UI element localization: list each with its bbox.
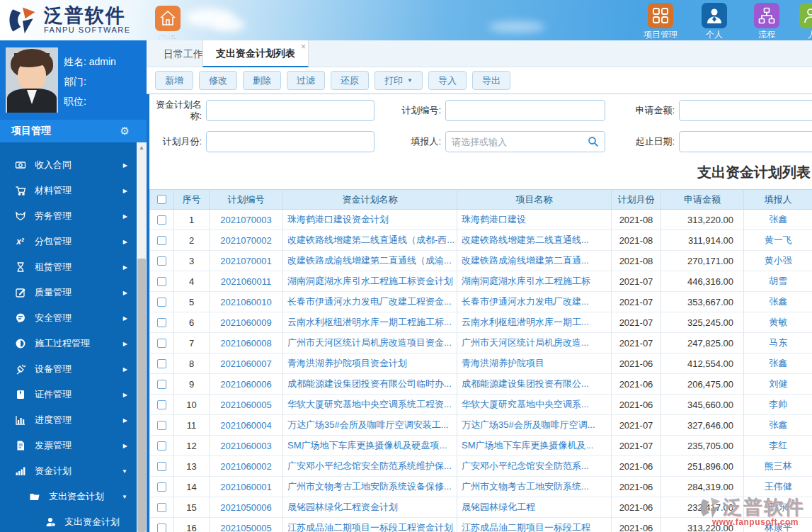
column-header[interactable]: 填报人 — [744, 190, 812, 210]
cell-reporter[interactable]: 张鑫 — [744, 210, 812, 230]
sidebar-item-process[interactable]: 施工过程管理 ▶ — [0, 331, 137, 356]
column-header[interactable]: 项目名称 — [457, 190, 612, 210]
sidebar-item-badge[interactable]: 证件管理 ▶ — [0, 382, 137, 407]
topnav-people[interactable]: 人 — [798, 3, 812, 40]
cell-plan-code[interactable]: 2021060001 — [210, 477, 283, 497]
table-row[interactable]: 112021060004万达广场35#会所及咖啡厅空调安装工...万达广场35#… — [150, 415, 812, 436]
row-checkbox[interactable] — [157, 277, 166, 286]
cell-project-name[interactable]: 改建铁路成渝线增建第二直通... — [457, 251, 612, 271]
table-row[interactable]: 42021060011湖南洞庭湖水库引水工程施工标资金计划湖南洞庭湖水库引水工程… — [150, 271, 812, 292]
cell-plan-code[interactable]: 2021060011 — [210, 271, 283, 292]
filter-input-4[interactable] — [445, 131, 605, 152]
cell-project-name[interactable]: 江苏成品油二期项目一标段工程 — [457, 518, 612, 532]
column-header[interactable]: 资金计划名称 — [283, 190, 457, 210]
sidebar-item-fund[interactable]: 资金计划 ▼ — [0, 458, 137, 484]
sidebar-item-labor[interactable]: 劳务管理 ▶ — [0, 203, 137, 229]
cell-plan-code[interactable]: 2021050005 — [210, 518, 283, 532]
cell-plan-name[interactable]: SM广场地下车库更换摄像机及硬盘项... — [283, 436, 457, 456]
filter-input-5[interactable] — [679, 131, 812, 152]
scrollbar-thumb[interactable] — [137, 259, 146, 532]
toolbar-button[interactable]: 打印▼ — [374, 71, 423, 90]
cell-project-name[interactable]: 长春市伊通河水力发电厂改建... — [457, 292, 612, 312]
module-header-project-management[interactable]: 项目管理 ⚙ — [0, 120, 147, 142]
select-all-checkbox[interactable] — [157, 195, 166, 204]
row-checkbox[interactable] — [157, 256, 166, 266]
filter-input-1[interactable] — [445, 100, 605, 121]
row-checkbox[interactable] — [157, 359, 166, 368]
column-header[interactable]: 计划编号 — [210, 190, 283, 210]
row-checkbox[interactable] — [157, 400, 166, 409]
cell-project-name[interactable]: 广州市天河区统计局机房改造... — [457, 333, 612, 353]
cell-project-name[interactable]: SM广场地下车库更换摄像机及... — [457, 436, 612, 456]
table-row[interactable]: 92021060006成都能源建设集团投资有限公司临时办...成都能源建设集团投… — [150, 374, 812, 395]
cell-reporter[interactable]: 马东 — [744, 497, 812, 518]
topnav-grid[interactable]: 项目管理 — [638, 3, 683, 40]
row-checkbox[interactable] — [157, 339, 166, 348]
cell-plan-name[interactable]: 广州市文物考古工地安防系统设备保修... — [283, 477, 457, 497]
table-row[interactable]: 122021060003SM广场地下车库更换摄像机及硬盘项...SM广场地下车库… — [150, 436, 812, 456]
cell-project-name[interactable]: 广安邓小平纪念馆安全防范系... — [457, 456, 612, 477]
cell-plan-code[interactable]: 2021060010 — [210, 292, 283, 312]
cell-reporter[interactable]: 黄小强 — [744, 251, 812, 271]
sidebar-item-cart[interactable]: 材料管理 ▶ — [0, 178, 137, 203]
cell-project-name[interactable]: 广州市文物考古工地安防系统... — [457, 477, 612, 497]
cell-plan-name[interactable]: 珠海鹤港口建设资金计划 — [283, 210, 457, 230]
search-icon[interactable] — [588, 136, 599, 150]
filter-input-0[interactable] — [206, 100, 374, 121]
sidebar-item-x2[interactable]: x² 分包管理 ▶ — [0, 229, 137, 254]
sidebar-item-progress[interactable]: 进度管理 ▶ — [0, 407, 137, 433]
cell-plan-name[interactable]: 长春市伊通河水力发电厂改建工程资金... — [283, 292, 457, 312]
cell-plan-code[interactable]: 2021060004 — [210, 415, 283, 436]
cell-reporter[interactable]: 熊三林 — [744, 456, 812, 477]
table-row[interactable]: 152021050006晟铭园林绿化工程资金计划晟铭园林绿化工程2021-062… — [150, 497, 812, 518]
cell-reporter[interactable]: 林康平 — [744, 518, 812, 532]
cell-project-name[interactable]: 改建铁路线增建第二线直通线... — [457, 230, 612, 251]
cell-plan-name[interactable]: 改建铁路成渝线增建第二直通线（成渝... — [283, 251, 457, 271]
toolbar-button[interactable]: 修改 — [199, 71, 237, 90]
cell-project-name[interactable]: 青海洪湖养护院项目 — [457, 353, 612, 374]
row-checkbox[interactable] — [157, 482, 166, 492]
sidebar-item-money[interactable]: 收入合同 ▶ — [0, 152, 137, 178]
sidebar-item-folder[interactable]: 支出资金计划 ▼ — [0, 484, 137, 509]
toolbar-button[interactable]: 还原 — [331, 71, 369, 90]
sidebar-item-invoice[interactable]: 发票管理 ▶ — [0, 433, 137, 458]
sidebar-item-chat[interactable]: 安全管理 ▶ — [0, 305, 137, 331]
table-row[interactable]: 82021060007青海洪湖养护院项目资金计划青海洪湖养护院项目2021-06… — [150, 353, 812, 374]
cell-plan-code[interactable]: 2021050006 — [210, 497, 283, 518]
topnav-user[interactable]: 个人 — [693, 3, 736, 40]
tab-expense-fund-plan-list[interactable]: 支出资金计划列表 × — [202, 40, 309, 67]
filter-input-2[interactable] — [679, 100, 812, 121]
row-checkbox[interactable] — [157, 462, 166, 471]
cell-plan-name[interactable]: 广安邓小平纪念馆安全防范系统维护保... — [283, 456, 457, 477]
table-row[interactable]: 12021070003珠海鹤港口建设资金计划珠海鹤港口建设2021-08313,… — [150, 210, 812, 230]
toolbar-button[interactable]: 新增 — [155, 71, 193, 90]
cell-project-name[interactable]: 成都能源建设集团投资有限公... — [457, 374, 612, 395]
cell-plan-name[interactable]: 广州市天河区统计局机房改造项目资金... — [283, 333, 457, 353]
cell-reporter[interactable]: 刘健 — [744, 374, 812, 395]
cell-reporter[interactable]: 李红 — [744, 436, 812, 456]
cell-project-name[interactable]: 湖南洞庭湖水库引水工程施工标 — [457, 271, 612, 292]
sidebar-item-edit[interactable]: 质量管理 ▶ — [0, 280, 137, 305]
cell-plan-name[interactable]: 成都能源建设集团投资有限公司临时办... — [283, 374, 457, 395]
table-row[interactable]: 72021060008广州市天河区统计局机房改造项目资金...广州市天河区统计局… — [150, 333, 812, 353]
cell-project-name[interactable]: 珠海鹤港口建设 — [457, 210, 612, 230]
cell-plan-name[interactable]: 晟铭园林绿化工程资金计划 — [283, 497, 457, 518]
cell-plan-name[interactable]: 江苏成品油二期项目一标段工程资金计划 — [283, 518, 457, 532]
topnav-flow[interactable]: 流程 — [745, 3, 788, 40]
cell-plan-code[interactable]: 2021060005 — [210, 395, 283, 415]
table-row[interactable]: 22021070002改建铁路线增建第二线直通线（成都-西...改建铁路线增建第… — [150, 230, 812, 251]
cell-plan-code[interactable]: 2021070002 — [210, 230, 283, 251]
row-checkbox[interactable] — [157, 298, 166, 307]
table-row[interactable]: 162021050005江苏成品油二期项目一标段工程资金计划江苏成品油二期项目一… — [150, 518, 812, 532]
cell-reporter[interactable]: 张鑫 — [744, 353, 812, 374]
toolbar-button[interactable]: 过滤 — [287, 71, 325, 90]
gear-icon[interactable]: ⚙ — [120, 125, 130, 137]
table-row[interactable]: 102021060005华软大厦研究基地中央空调系统工程资...华软大厦研究基地… — [150, 395, 812, 415]
cell-plan-code[interactable]: 2021060002 — [210, 456, 283, 477]
cell-project-name[interactable]: 万达广场35#会所及咖啡厅空调... — [457, 415, 612, 436]
sidebar-item-member[interactable]: 支出资金计划 — [0, 509, 137, 532]
cell-plan-name[interactable]: 改建铁路线增建第二线直通线（成都-西... — [283, 230, 457, 251]
row-checkbox[interactable] — [157, 503, 166, 512]
cell-plan-code[interactable]: 2021060006 — [210, 374, 283, 395]
filter-input-3[interactable] — [206, 131, 374, 152]
